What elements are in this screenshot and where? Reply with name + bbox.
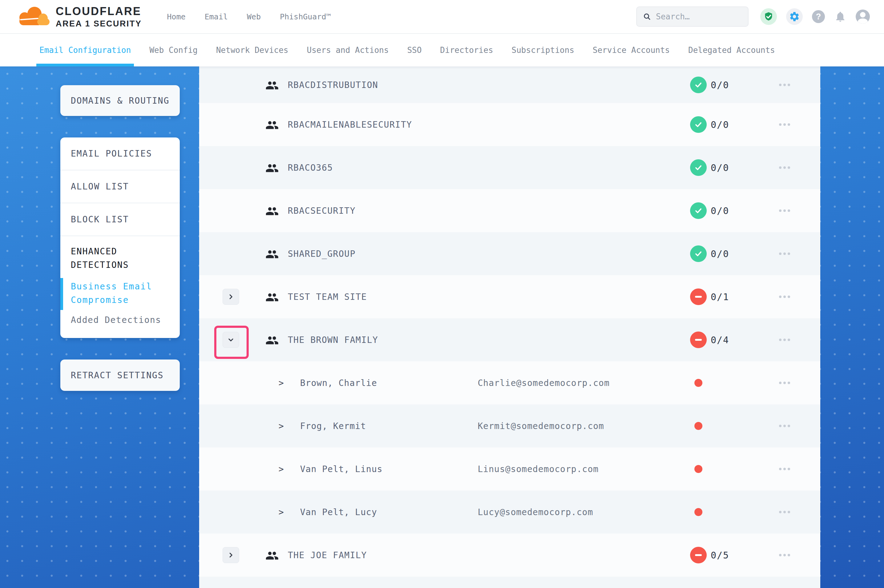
minus-icon bbox=[695, 339, 702, 341]
tab-directories[interactable]: Directories bbox=[440, 34, 493, 66]
tab-email-configuration[interactable]: Email Configuration bbox=[39, 34, 131, 66]
expand-group-button[interactable] bbox=[223, 289, 239, 305]
sidebar-item-allow-list[interactable]: ALLOW LIST bbox=[60, 170, 180, 203]
bell-icon[interactable] bbox=[834, 10, 846, 23]
dot-icon bbox=[783, 252, 786, 255]
sidebar-item-retract-settings[interactable]: RETRACT SETTINGS bbox=[60, 360, 180, 391]
sidebar-item-business-email-compromise[interactable]: Business Email Compromise bbox=[71, 280, 163, 307]
member-email: Charlie@somedemocorp.com bbox=[478, 378, 610, 388]
cloudflare-logo[interactable]: CLOUDFLARE AREA 1 SECURITY bbox=[17, 5, 142, 28]
dot-icon bbox=[779, 252, 782, 255]
expand-member-button[interactable]: > bbox=[278, 378, 284, 388]
expand-member-button[interactable]: > bbox=[278, 421, 284, 431]
config-tabs: Email Configuration Web Config Network D… bbox=[0, 34, 884, 66]
row-actions-menu-button[interactable] bbox=[777, 291, 792, 302]
row-actions-menu-button[interactable] bbox=[777, 119, 792, 130]
dot-icon bbox=[779, 296, 782, 298]
nav-home[interactable]: Home bbox=[167, 12, 186, 21]
member-name: Frog, Kermit bbox=[300, 421, 366, 431]
member-row: >Frog, KermitKermit@somedemocorp.com bbox=[199, 404, 820, 447]
status-alert-dot bbox=[695, 508, 702, 516]
nav-phishguard[interactable]: PhishGuard™ bbox=[280, 12, 331, 21]
dot-icon bbox=[779, 511, 782, 513]
cloudflare-cloud-icon bbox=[17, 7, 51, 27]
minus-icon bbox=[695, 554, 702, 556]
search-box[interactable] bbox=[636, 6, 749, 27]
dot-icon bbox=[779, 84, 782, 86]
dot-icon bbox=[779, 339, 782, 341]
sidebar-item-added-detections[interactable]: Added Detections bbox=[71, 315, 169, 325]
help-icon[interactable]: ? bbox=[812, 10, 825, 23]
group-name: RBACDISTRUBUTION bbox=[288, 80, 378, 90]
row-actions-menu-button[interactable] bbox=[777, 205, 792, 216]
pass-count: 0/0 bbox=[711, 249, 729, 259]
nav-email[interactable]: Email bbox=[205, 12, 228, 21]
row-actions-menu-button[interactable] bbox=[777, 162, 792, 173]
tab-sso[interactable]: SSO bbox=[407, 34, 422, 66]
member-name: Brown, Charlie bbox=[300, 378, 377, 388]
tab-network-devices[interactable]: Network Devices bbox=[216, 34, 289, 66]
group-icon bbox=[265, 291, 279, 303]
tab-subscriptions[interactable]: Subscriptions bbox=[511, 34, 574, 66]
status-pass-badge bbox=[690, 202, 707, 219]
dot-icon bbox=[788, 511, 790, 513]
sidebar-item-domains-routing[interactable]: DOMAINS & ROUTING bbox=[60, 85, 180, 116]
sidebar-item-block-list[interactable]: BLOCK LIST bbox=[60, 203, 180, 236]
sidebar-section-enhanced-detections[interactable]: ENHANCED DETECTIONS bbox=[60, 236, 153, 272]
tab-delegated-accounts[interactable]: Delegated Accounts bbox=[688, 34, 775, 66]
pass-count: 0/0 bbox=[711, 162, 729, 173]
dot-icon bbox=[788, 468, 790, 470]
status-pass-badge bbox=[690, 159, 707, 176]
status-blocked-badge bbox=[690, 547, 707, 563]
group-name: THE BROWN FAMILY bbox=[288, 335, 378, 345]
group-name: RBACSECURITY bbox=[288, 206, 355, 216]
dot-icon bbox=[779, 554, 782, 556]
group-row: RBACDISTRUBUTION0/0 bbox=[199, 66, 820, 103]
member-name: Van Pelt, Linus bbox=[300, 464, 383, 474]
account-icon[interactable] bbox=[856, 9, 870, 24]
row-actions-menu-button[interactable] bbox=[777, 248, 792, 259]
row-actions-menu-button[interactable] bbox=[777, 507, 792, 518]
brand-text: CLOUDFLARE AREA 1 SECURITY bbox=[56, 5, 142, 28]
dot-icon bbox=[783, 554, 786, 556]
nav-web[interactable]: Web bbox=[247, 12, 261, 21]
header-nav: Home Email Web PhishGuard™ bbox=[167, 12, 331, 21]
tab-web-config[interactable]: Web Config bbox=[149, 34, 198, 66]
expand-member-button[interactable]: > bbox=[278, 507, 284, 517]
brand-subtitle: AREA 1 SECURITY bbox=[56, 19, 142, 28]
group-icon bbox=[265, 79, 279, 91]
tab-service-accounts[interactable]: Service Accounts bbox=[593, 34, 670, 66]
top-header: CLOUDFLARE AREA 1 SECURITY Home Email We… bbox=[0, 0, 884, 34]
tab-users-and-actions[interactable]: Users and Actions bbox=[307, 34, 389, 66]
dot-icon bbox=[783, 84, 786, 86]
pass-count: 0/4 bbox=[711, 334, 729, 345]
dot-icon bbox=[783, 209, 786, 212]
row-actions-menu-button[interactable] bbox=[777, 377, 792, 388]
minus-icon bbox=[695, 296, 702, 298]
group-row: SHARED_GROUP0/0 bbox=[199, 232, 820, 275]
group-icon bbox=[265, 334, 279, 346]
expand-member-button[interactable]: > bbox=[278, 464, 284, 474]
group-row: RBACMAILENABLESECURITY0/0 bbox=[199, 103, 820, 146]
pass-count: 0/0 bbox=[711, 206, 729, 216]
row-actions-menu-button[interactable] bbox=[777, 420, 792, 432]
pass-count: 0/0 bbox=[711, 80, 729, 90]
row-actions-menu-button[interactable] bbox=[777, 549, 792, 561]
group-row: THE JOE FAMILY0/5 bbox=[199, 534, 820, 577]
pass-count: 0/0 bbox=[711, 119, 729, 130]
member-row: >Van Pelt, LucyLucy@somedemocorp.com bbox=[199, 490, 820, 534]
row-actions-menu-button[interactable] bbox=[777, 334, 792, 345]
dot-icon bbox=[779, 123, 782, 126]
shield-check-icon[interactable] bbox=[760, 8, 777, 25]
retract-settings-label: RETRACT SETTINGS bbox=[71, 370, 164, 380]
expand-group-button[interactable] bbox=[223, 547, 239, 563]
dot-icon bbox=[783, 296, 786, 298]
gear-icon[interactable] bbox=[786, 8, 803, 25]
row-actions-menu-button[interactable] bbox=[777, 80, 792, 90]
member-email: Kermit@somedemocorp.com bbox=[478, 421, 604, 431]
row-actions-menu-button[interactable] bbox=[777, 464, 792, 474]
group-icon bbox=[265, 204, 279, 217]
search-input[interactable] bbox=[656, 12, 742, 21]
sidebar-policies-card: EMAIL POLICIES ALLOW LIST BLOCK LIST ENH… bbox=[60, 138, 180, 338]
sidebar-item-email-policies[interactable]: EMAIL POLICIES bbox=[60, 138, 180, 170]
